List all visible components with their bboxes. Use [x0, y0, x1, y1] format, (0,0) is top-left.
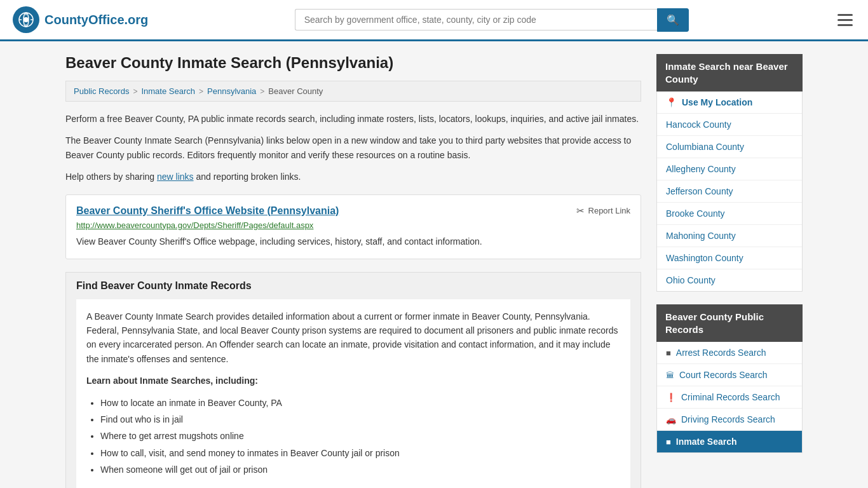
breadcrumb-separator: > [199, 87, 203, 96]
hamburger-line [837, 14, 853, 16]
search-area: 🔍 [295, 8, 689, 32]
link-card-url[interactable]: http://www.beavercountypa.gov/Depts/Sher… [76, 220, 630, 230]
bullet-list: How to locate an inmate in Beaver County… [86, 396, 620, 477]
search-icon: 🔍 [667, 15, 679, 25]
breadcrumb-link-public-records[interactable]: Public Records [74, 86, 129, 96]
logo-org: .org [125, 13, 149, 27]
public-records-section: Beaver County Public Records ■Arrest Rec… [656, 304, 803, 453]
criminal-icon: ❗ [666, 393, 676, 402]
breadcrumb: Public Records > Inmate Search > Pennsyl… [65, 81, 641, 102]
nearby-county-link[interactable]: Hancock County [666, 119, 731, 130]
nearby-county-item[interactable]: Jefferson County [657, 180, 802, 203]
link-card-header: Beaver County Sheriff's Office Website (… [76, 205, 630, 220]
nearby-county-item[interactable]: Hancock County [657, 114, 802, 136]
link-card-description: View Beaver County Sheriff's Office webp… [76, 235, 630, 248]
nearby-header: Inmate Search near Beaver County [656, 54, 803, 92]
arrest-link[interactable]: Arrest Records Search [676, 348, 766, 358]
driving-icon: 🚗 [666, 415, 676, 424]
nearby-list: 📍 Use My Location Hancock CountyColumbia… [656, 92, 803, 292]
main-wrapper: Beaver County Inmate Search (Pennsylvani… [53, 41, 815, 488]
find-records-body: A Beaver County Inmate Search provides d… [76, 299, 630, 488]
use-my-location-item[interactable]: 📍 Use My Location [657, 92, 802, 114]
logo-county: CountyOffice [44, 13, 125, 27]
report-link-button[interactable]: ✂ Report Link [576, 205, 630, 217]
criminal-link[interactable]: Criminal Records Search [681, 392, 780, 402]
court-icon: 🏛 [666, 370, 674, 380]
learn-heading: Learn about Inmate Searches, including: [86, 374, 620, 388]
search-button[interactable]: 🔍 [657, 8, 689, 32]
nearby-county-item[interactable]: Columbiana County [657, 136, 802, 158]
list-item: Where to get arrest mugshots online [100, 429, 620, 443]
hamburger-line [837, 24, 853, 26]
public-records-driving-item[interactable]: 🚗Driving Records Search [657, 409, 802, 431]
hamburger-line [837, 19, 853, 21]
public-records-inmate-item[interactable]: ■Inmate Search [657, 431, 802, 452]
sidebar: Inmate Search near Beaver County 📍 Use M… [656, 54, 803, 488]
nearby-county-link[interactable]: Jefferson County [666, 186, 733, 196]
description-1: Perform a free Beaver County, PA public … [65, 112, 641, 126]
court-link[interactable]: Court Records Search [679, 370, 768, 380]
list-item: How to locate an inmate in Beaver County… [100, 396, 620, 410]
link-card-title[interactable]: Beaver County Sheriff's Office Website (… [76, 205, 339, 217]
find-records-title: Find Beaver County Inmate Records [76, 280, 630, 292]
nearby-county-link[interactable]: Allegheny County [666, 164, 736, 174]
public-records-header: Beaver County Public Records [656, 304, 803, 342]
public-records-court-item[interactable]: 🏛Court Records Search [657, 364, 802, 386]
page-title: Beaver County Inmate Search (Pennsylvani… [65, 54, 641, 72]
nearby-county-link[interactable]: Mahoning County [666, 231, 736, 241]
nearby-county-link[interactable]: Washington County [666, 253, 743, 263]
public-records-criminal-item[interactable]: ❗Criminal Records Search [657, 386, 802, 409]
hamburger-menu-button[interactable] [835, 11, 855, 29]
nearby-county-item[interactable]: Brooke County [657, 203, 802, 225]
nearby-county-link[interactable]: Ohio County [666, 275, 715, 285]
find-records-section: Find Beaver County Inmate Records A Beav… [65, 272, 641, 488]
svg-point-1 [24, 17, 29, 22]
description-3: Help others by sharing new links and rep… [65, 170, 641, 184]
nearby-county-link[interactable]: Brooke County [666, 208, 725, 219]
logo-text[interactable]: CountyOffice.org [44, 13, 148, 27]
breadcrumb-current: Beaver County [268, 86, 323, 96]
inmate-icon: ■ [666, 437, 671, 447]
search-input[interactable] [295, 9, 657, 30]
content-area: Beaver County Inmate Search (Pennsylvani… [65, 54, 641, 488]
list-item: When someone will get out of jail or pri… [100, 463, 620, 477]
report-link-label: Report Link [588, 206, 630, 215]
nearby-county-item[interactable]: Allegheny County [657, 158, 802, 180]
logo-area: CountyOffice.org [13, 6, 148, 33]
driving-link[interactable]: Driving Records Search [681, 414, 775, 424]
list-item: Find out who is in jail [100, 412, 620, 426]
breadcrumb-link-inmate-search[interactable]: Inmate Search [141, 86, 195, 96]
location-icon: 📍 [666, 97, 677, 107]
nearby-county-item[interactable]: Ohio County [657, 269, 802, 291]
find-records-description: A Beaver County Inmate Search provides d… [86, 309, 620, 367]
nearby-county-link[interactable]: Columbiana County [666, 142, 744, 152]
breadcrumb-separator: > [133, 87, 137, 96]
public-records-list: ■Arrest Records Search🏛Court Records Sea… [656, 342, 803, 453]
arrest-icon: ■ [666, 348, 671, 358]
nearby-county-item[interactable]: Washington County [657, 247, 802, 269]
link-card: Beaver County Sheriff's Office Website (… [65, 194, 641, 259]
logo-icon [13, 6, 39, 33]
use-my-location-link[interactable]: Use My Location [682, 97, 752, 107]
description-2: The Beaver County Inmate Search (Pennsyl… [65, 133, 641, 162]
inmate-search-link[interactable]: Inmate Search [676, 437, 737, 447]
nearby-county-item[interactable]: Mahoning County [657, 225, 802, 247]
list-item: How to call, visit, and send money to in… [100, 446, 620, 460]
header: CountyOffice.org 🔍 [0, 0, 868, 41]
public-records-arrest-item[interactable]: ■Arrest Records Search [657, 342, 802, 364]
breadcrumb-separator: > [260, 87, 264, 96]
new-links-link[interactable]: new links [157, 172, 194, 182]
nearby-section: Inmate Search near Beaver County 📍 Use M… [656, 54, 803, 292]
scissors-icon: ✂ [576, 205, 585, 217]
breadcrumb-link-pennsylvania[interactable]: Pennsylvania [207, 86, 256, 96]
